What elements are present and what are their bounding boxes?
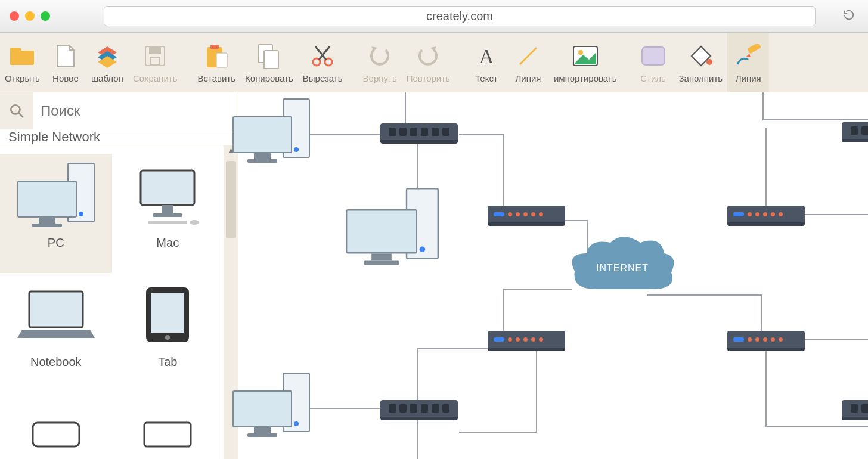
fill-button[interactable]: Заполнить (674, 33, 728, 92)
fill-icon (687, 42, 714, 70)
svg-rect-26 (29, 291, 83, 327)
shape-extra-1[interactable] (0, 392, 112, 459)
toolbar: Открыть Новое шаблон Сохранить Вставить … (0, 33, 868, 92)
win-zoom-button[interactable] (41, 11, 50, 21)
save-icon (141, 42, 169, 70)
style-button[interactable]: Стиль (633, 33, 674, 92)
node-switch-1[interactable] (380, 123, 458, 144)
win-minimize-button[interactable] (25, 11, 35, 21)
undo-button[interactable]: Вернуть (358, 33, 402, 92)
style-icon (640, 42, 667, 70)
svg-rect-3 (149, 46, 161, 54)
svg-rect-28 (151, 293, 184, 333)
node-modem-2[interactable] (727, 206, 805, 226)
wires-layer (238, 92, 868, 459)
svg-rect-24 (148, 221, 187, 224)
node-modem-1[interactable] (488, 206, 565, 226)
svg-point-15 (578, 50, 583, 55)
scissors-icon (309, 42, 336, 70)
paste-button[interactable]: Вставить (193, 33, 240, 92)
svg-rect-16 (642, 47, 665, 65)
svg-rect-18 (747, 44, 761, 54)
sidebar: Simple Network PC Mac (0, 92, 238, 459)
pc-icon (11, 160, 101, 231)
shape-tab[interactable]: Tab (112, 273, 224, 392)
svg-rect-9 (264, 51, 278, 69)
node-switch-edge-2[interactable] (842, 400, 868, 420)
import-button[interactable]: импортировать (549, 33, 622, 92)
svg-point-29 (165, 335, 170, 340)
line-button[interactable]: Линия (507, 33, 549, 92)
svg-rect-31 (144, 423, 191, 446)
titlebar: creately.com (0, 0, 868, 33)
svg-point-17 (706, 59, 712, 65)
svg-line-13 (520, 48, 537, 64)
svg-rect-7 (216, 53, 227, 67)
redo-button[interactable]: Повторить (402, 33, 455, 92)
svg-rect-6 (210, 45, 219, 49)
node-pc-3[interactable] (232, 373, 310, 438)
node-pc-2[interactable] (346, 188, 423, 253)
notebook-icon (11, 279, 101, 351)
undo-icon (366, 42, 393, 70)
save-button[interactable]: Сохранить (128, 33, 182, 92)
shape-pc[interactable]: PC (0, 154, 112, 273)
paste-icon (203, 42, 230, 70)
text-button[interactable]: A Текст (466, 33, 507, 92)
search-icon[interactable] (0, 92, 33, 129)
node-pc-1[interactable] (232, 98, 310, 164)
copy-icon (255, 42, 283, 70)
pencil-icon (734, 42, 762, 70)
canvas[interactable]: INTERNET (238, 92, 868, 459)
svg-rect-21 (141, 170, 194, 205)
template-icon (94, 42, 121, 70)
node-switch-2[interactable] (380, 400, 458, 420)
node-modem-3[interactable] (488, 331, 565, 351)
url-text: creately.com (426, 10, 493, 23)
copy-button[interactable]: Копировать (240, 33, 298, 92)
svg-point-25 (190, 220, 199, 225)
image-icon (572, 42, 599, 70)
url-field[interactable]: creately.com (104, 6, 816, 26)
line-style-button[interactable]: Линия (727, 33, 769, 92)
svg-rect-1 (10, 48, 21, 54)
search-input[interactable] (33, 103, 238, 119)
svg-rect-22 (162, 205, 173, 213)
shape-notebook[interactable]: Notebook (0, 273, 112, 392)
win-close-button[interactable] (10, 11, 19, 21)
node-switch-edge-1[interactable] (842, 122, 868, 142)
svg-rect-30 (33, 423, 79, 446)
template-button[interactable]: шаблон (86, 33, 128, 92)
new-button[interactable]: Новое (45, 33, 86, 92)
tablet-icon (123, 279, 212, 351)
redo-icon (414, 42, 442, 70)
reload-icon[interactable] (839, 8, 858, 24)
node-modem-4[interactable] (727, 331, 805, 351)
open-button[interactable]: Открыть (0, 33, 45, 92)
cloud-label: INTERNET (569, 235, 676, 301)
svg-rect-4 (150, 57, 160, 64)
cut-button[interactable]: Вырезать (298, 33, 348, 92)
svg-point-19 (11, 105, 20, 114)
svg-rect-23 (153, 213, 182, 217)
shape-extra-2[interactable] (112, 392, 224, 459)
svg-text:A: A (479, 45, 494, 67)
scroll-thumb[interactable] (226, 161, 236, 238)
shape-mac[interactable]: Mac (112, 154, 224, 273)
node-cloud[interactable]: INTERNET (569, 235, 676, 301)
mac-icon (123, 160, 212, 231)
new-file-icon (52, 42, 79, 70)
shape-category[interactable]: Simple Network (0, 129, 238, 145)
text-icon: A (473, 42, 500, 70)
line-icon (514, 42, 542, 70)
svg-line-20 (18, 113, 23, 117)
folder-icon (8, 42, 36, 70)
